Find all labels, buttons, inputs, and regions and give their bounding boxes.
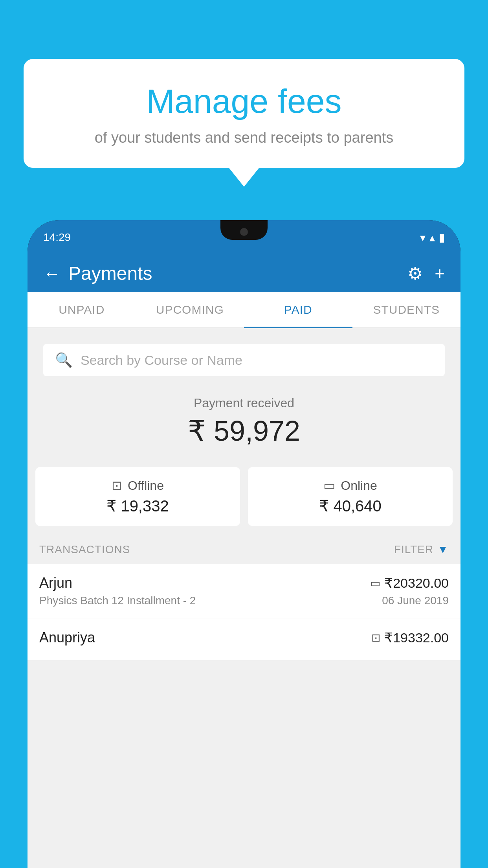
transaction-amount-2: ₹19332.00 — [384, 630, 449, 645]
wifi-icon: ▾ — [420, 231, 426, 244]
offline-label: Offline — [128, 478, 164, 493]
bubble-subtitle: of your students and send receipts to pa… — [47, 129, 441, 146]
filter-button[interactable]: FILTER ▼ — [394, 543, 449, 556]
transaction-name-2: Anupriya — [39, 629, 95, 646]
back-button[interactable]: ← — [43, 264, 61, 283]
transactions-header: TRANSACTIONS FILTER ▼ — [28, 534, 460, 564]
tab-unpaid[interactable]: UNPAID — [28, 292, 136, 327]
online-amount: ₹ 40,640 — [256, 497, 445, 515]
status-icons: ▾ ▴ ▮ — [420, 231, 445, 244]
header-right: ⚙ + — [407, 263, 445, 283]
offline-card: ⊡ Offline ₹ 19,332 — [35, 467, 240, 526]
transactions-label: TRANSACTIONS — [39, 543, 130, 556]
tabs-bar: UNPAID UPCOMING PAID STUDENTS — [28, 292, 460, 328]
search-icon: 🔍 — [55, 352, 73, 368]
payment-cards: ⊡ Offline ₹ 19,332 ▭ Online ₹ 40,640 — [35, 467, 453, 526]
page-title: Payments — [68, 263, 152, 284]
transaction-row-2[interactable]: Anupriya ⊡ ₹19332.00 — [28, 618, 460, 660]
transaction-top-1: Arjun ▭ ₹20320.00 — [39, 575, 449, 591]
phone-screen-content: ← Payments ⚙ + UNPAID UPCOMING PAID STUD… — [28, 255, 460, 868]
search-input[interactable]: Search by Course or Name — [81, 353, 242, 368]
transaction-amount-row-2: ⊡ ₹19332.00 — [371, 630, 449, 645]
online-icon: ▭ — [323, 478, 335, 493]
payment-received-label: Payment received — [35, 396, 453, 410]
bubble-title: Manage fees — [47, 83, 441, 120]
offline-icon: ⊡ — [112, 478, 122, 493]
transaction-top-2: Anupriya ⊡ ₹19332.00 — [39, 629, 449, 646]
transaction-name-1: Arjun — [39, 575, 72, 591]
offline-amount: ₹ 19,332 — [43, 497, 232, 515]
transaction-row-1[interactable]: Arjun ▭ ₹20320.00 Physics Batch 12 Insta… — [28, 564, 460, 618]
settings-icon[interactable]: ⚙ — [407, 263, 423, 283]
transaction-course-1: Physics Batch 12 Installment - 2 — [39, 594, 196, 607]
tab-students[interactable]: STUDENTS — [352, 292, 461, 327]
online-label: Online — [341, 478, 377, 493]
card-payment-icon-1: ▭ — [370, 577, 380, 590]
cash-payment-icon-2: ⊡ — [371, 631, 380, 644]
online-card-icon-row: ▭ Online — [256, 478, 445, 493]
signal-icon: ▴ — [429, 231, 435, 244]
transaction-amount-row-1: ▭ ₹20320.00 — [370, 575, 449, 591]
phone-inner: ← Payments ⚙ + UNPAID UPCOMING PAID STUD… — [28, 255, 460, 868]
payment-summary: Payment received ₹ 59,972 — [28, 384, 460, 467]
speech-bubble: Manage fees of your students and send re… — [24, 59, 464, 168]
transaction-amount-1: ₹20320.00 — [384, 575, 449, 591]
phone-notch — [220, 220, 268, 240]
app-header: ← Payments ⚙ + — [28, 255, 460, 292]
battery-icon: ▮ — [439, 231, 445, 244]
payment-amount: ₹ 59,972 — [35, 414, 453, 447]
online-card: ▭ Online ₹ 40,640 — [248, 467, 453, 526]
tab-paid[interactable]: PAID — [244, 292, 352, 327]
search-bar[interactable]: 🔍 Search by Course or Name — [43, 344, 445, 376]
transaction-date-1: 06 June 2019 — [382, 594, 449, 607]
status-bar: 14:29 ▾ ▴ ▮ — [28, 220, 460, 255]
header-left: ← Payments — [43, 263, 152, 284]
camera-dot — [240, 228, 248, 236]
tab-upcoming[interactable]: UPCOMING — [136, 292, 244, 327]
filter-label: FILTER — [394, 543, 433, 556]
filter-icon: ▼ — [437, 543, 449, 556]
offline-card-icon-row: ⊡ Offline — [43, 478, 232, 493]
add-icon[interactable]: + — [435, 264, 445, 283]
phone-frame: 14:29 ▾ ▴ ▮ ← Payments ⚙ + — [28, 220, 460, 868]
transaction-bottom-1: Physics Batch 12 Installment - 2 06 June… — [39, 594, 449, 607]
speech-bubble-container: Manage fees of your students and send re… — [24, 59, 464, 168]
status-time: 14:29 — [43, 231, 71, 244]
